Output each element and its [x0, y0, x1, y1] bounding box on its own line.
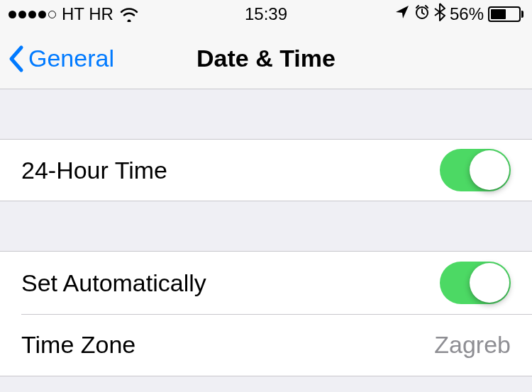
cell-value: Zagreb: [434, 331, 511, 359]
wifi-icon: [119, 6, 139, 22]
location-icon: [394, 4, 410, 24]
cell-label: Set Automatically: [21, 269, 206, 297]
row-24hour-time: 24-Hour Time: [0, 139, 532, 201]
cell-label: 24-Hour Time: [21, 157, 167, 184]
battery-icon: [488, 6, 523, 22]
status-time: 15:39: [245, 4, 287, 24]
carrier-label: HT HR: [62, 4, 113, 24]
toggle-set-automatically[interactable]: [440, 262, 511, 304]
back-label: General: [28, 45, 114, 72]
nav-bar: General Date & Time: [0, 28, 532, 89]
section-gap: [0, 89, 532, 139]
chevron-left-icon: [9, 45, 26, 73]
signal-strength-icon: [9, 11, 56, 18]
section-gap: [0, 201, 532, 251]
status-right: 56%: [394, 3, 523, 26]
toggle-24hour-time[interactable]: [440, 149, 511, 191]
section-group: Set Automatically Time Zone Zagreb: [0, 251, 532, 376]
row-set-automatically: Set Automatically: [0, 252, 532, 314]
cell-label: Time Zone: [21, 331, 135, 359]
status-left: HT HR: [9, 4, 139, 24]
bluetooth-icon: [434, 3, 445, 26]
alarm-icon: [414, 4, 430, 24]
battery-percent: 56%: [450, 4, 484, 24]
page-title: Date & Time: [196, 45, 336, 72]
row-time-zone[interactable]: Time Zone Zagreb: [0, 314, 532, 376]
status-bar: HT HR 15:39 56%: [0, 0, 532, 28]
back-button[interactable]: General: [9, 45, 114, 73]
